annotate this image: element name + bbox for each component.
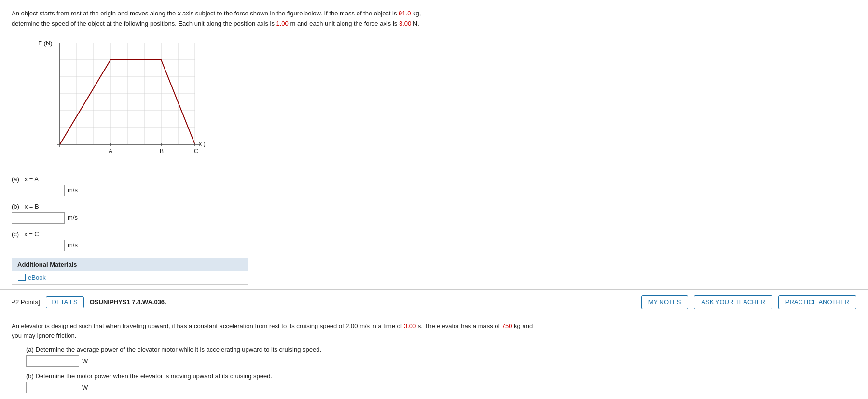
- point-a-label: A: [109, 148, 112, 155]
- problem2-text: An elevator is designed such that when t…: [12, 321, 542, 342]
- x-axis-label: x (m): [199, 141, 205, 147]
- part-a-input[interactable]: [12, 185, 65, 196]
- part-b-unit: m/s: [68, 214, 78, 221]
- point-c-label: C: [194, 148, 198, 155]
- problem2-part-b-label: (b) Determine the motor power when the e…: [26, 372, 856, 380]
- problem2-part-a-unit: W: [82, 357, 88, 365]
- problem2-part-b-input-row: W: [26, 382, 856, 393]
- my-notes-button[interactable]: MY NOTES: [641, 295, 689, 309]
- graph-area: F (N) x (m) A B C: [31, 36, 205, 161]
- graph-svg: F (N) x (m) A B C: [31, 36, 205, 161]
- problem2-section: An elevator is designed such that when t…: [0, 314, 868, 399]
- ebook-row: eBook: [12, 271, 248, 285]
- details-button[interactable]: DETAILS: [46, 296, 84, 308]
- problem2-part-b: (b) Determine the motor power when the e…: [26, 372, 856, 393]
- time-value: 3.00: [404, 322, 416, 329]
- part-c-input[interactable]: [12, 240, 65, 251]
- problem2-part-a-input[interactable]: [26, 355, 79, 367]
- problem2-part-a-label: (a) Determine the average power of the e…: [26, 346, 856, 353]
- part-c-row: (c) x = C m/s: [12, 230, 856, 251]
- mass2-value: 750: [502, 322, 512, 329]
- parts-section: (a) x = A m/s (b) x = B m/s (c) x = C: [12, 175, 856, 251]
- part-b-input[interactable]: [12, 212, 65, 224]
- part-a-row: (a) x = A m/s: [12, 175, 856, 196]
- point-b-label: B: [160, 148, 164, 155]
- problem2-part-b-unit: W: [82, 384, 88, 391]
- bottom-bar: -/2 Points] DETAILS OSUNIPHYS1 7.4.WA.03…: [0, 290, 868, 314]
- problem1-section: An object starts from rest at the origin…: [0, 0, 868, 290]
- problem1-text: An object starts from rest at the origin…: [12, 9, 446, 29]
- part-c-label: (c) x = C: [12, 230, 856, 238]
- position-unit: 1.00: [276, 20, 289, 27]
- problem-id: OSUNIPHYS1 7.4.WA.036.: [90, 299, 166, 306]
- ebook-icon: [18, 274, 26, 281]
- part-c-input-row: m/s: [12, 240, 856, 251]
- problem2-part-b-input[interactable]: [26, 382, 79, 393]
- mass-value: 91.0: [399, 10, 411, 17]
- y-axis-label: F (N): [38, 40, 53, 47]
- points-label: -/2 Points]: [12, 299, 40, 306]
- practice-another-button[interactable]: PRACTICE ANOTHER: [778, 295, 856, 309]
- problem2-part-a: (a) Determine the average power of the e…: [26, 346, 856, 367]
- part-b-input-row: m/s: [12, 212, 856, 224]
- part-b-label: (b) x = B: [12, 203, 856, 210]
- part-a-label: (a) x = A: [12, 175, 856, 183]
- problem2-part-a-input-row: W: [26, 355, 856, 367]
- part-b-row: (b) x = B m/s: [12, 203, 856, 224]
- ebook-link[interactable]: eBook: [18, 274, 242, 281]
- additional-materials-header: Additional Materials: [12, 258, 248, 271]
- part-a-input-row: m/s: [12, 185, 856, 196]
- part-a-unit: m/s: [68, 186, 78, 194]
- force-graph: F (N) x (m) A B C: [31, 36, 205, 161]
- ask-teacher-button[interactable]: ASK YOUR TEACHER: [694, 295, 772, 309]
- force-unit: 3.00: [399, 20, 411, 27]
- part-c-unit: m/s: [68, 242, 78, 249]
